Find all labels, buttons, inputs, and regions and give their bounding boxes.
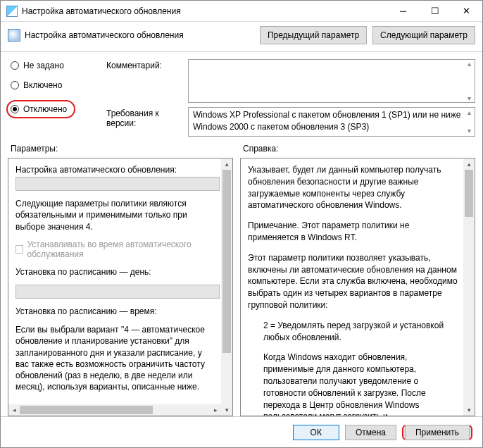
close-button[interactable]: ✕ xyxy=(451,1,482,22)
params-note-1: Следующие параметры политики являются об… xyxy=(15,198,217,232)
help-label: Справка: xyxy=(243,144,472,154)
help-p5: Когда Windows находит обновления, примен… xyxy=(248,351,459,416)
params-note-2: Если вы выбрали вариант "4 — автоматичес… xyxy=(15,324,217,392)
state-radios: Не задано Включено Отключено xyxy=(11,59,102,118)
help-panel: Указывает, будет ли данный компьютер пол… xyxy=(240,158,475,416)
header: Настройка автоматического обновления Пре… xyxy=(1,22,482,52)
maximize-button[interactable]: ☐ xyxy=(419,1,451,22)
radio-enabled[interactable]: Включено xyxy=(11,80,102,90)
help-p1: Указывает, будет ли данный компьютер пол… xyxy=(248,164,459,211)
radio-label: Не задано xyxy=(23,61,64,70)
mid-labels: Параметры: Справка: xyxy=(1,141,482,155)
parameters-label: Параметры: xyxy=(11,144,243,154)
ok-button[interactable]: ОК xyxy=(293,425,339,440)
minimize-button[interactable]: ─ xyxy=(387,1,419,22)
checkbox-label: Устанавливать во время автоматического о… xyxy=(27,239,217,259)
scrollbar-vertical[interactable]: ▴ ▾ xyxy=(463,158,475,416)
policy-editor-window: Настройка автоматического обновления ─ ☐… xyxy=(0,0,483,448)
radio-label: Включено xyxy=(23,80,62,90)
app-icon xyxy=(6,6,18,17)
button-bar: ОК Отмена Применить xyxy=(1,416,482,447)
schedule-day-combo[interactable] xyxy=(15,285,220,299)
top-grid: Не задано Включено Отключено Комментарий… xyxy=(1,52,482,141)
policy-icon xyxy=(8,29,20,42)
checkbox-icon xyxy=(15,245,23,254)
apply-button[interactable]: Применить xyxy=(405,425,470,440)
comment-label: Комментарий: xyxy=(106,59,184,70)
cancel-button[interactable]: Отмена xyxy=(345,425,396,440)
header-title: Настройка автоматического обновления xyxy=(25,30,254,40)
radio-label: Отключено xyxy=(23,104,67,114)
panels: Настройка автоматического обновления: Сл… xyxy=(1,155,482,416)
requirements-label: Требования к версии: xyxy=(106,107,184,128)
help-p4: 2 = Уведомлять перед загрузкой и установ… xyxy=(248,320,459,344)
titlebar: Настройка автоматического обновления ─ ☐… xyxy=(1,1,482,22)
highlight-apply: Применить xyxy=(402,425,472,440)
scrollbar-vertical[interactable]: ▴▾ xyxy=(463,60,475,102)
requirements-text: Windows XP Professional с пакетом обновл… xyxy=(193,110,461,132)
radio-icon xyxy=(11,61,19,70)
scrollbar-horizontal[interactable]: ◂ ▸ xyxy=(8,404,221,416)
params-section-title: Настройка автоматического обновления: xyxy=(15,164,217,175)
maintenance-checkbox[interactable]: Устанавливать во время автоматического о… xyxy=(15,239,217,259)
radio-icon xyxy=(11,81,19,89)
requirements-box: Windows XP Professional с пакетом обновл… xyxy=(188,107,475,137)
schedule-day-label: Установка по расписанию — день: xyxy=(15,266,217,278)
next-setting-button[interactable]: Следующий параметр xyxy=(372,26,475,44)
help-p3: Этот параметр политики позволяет указыва… xyxy=(248,252,459,311)
comment-textarea[interactable]: ▴▾ xyxy=(188,59,475,103)
help-p2: Примечание. Этот параметр политики не пр… xyxy=(248,220,459,244)
scrollbar-vertical[interactable]: ▴▾ xyxy=(463,108,475,136)
window-title: Настройка автоматического обновления xyxy=(22,6,387,16)
highlight-disabled: Отключено xyxy=(6,100,75,118)
radio-disabled[interactable]: Отключено xyxy=(11,104,67,114)
scrollbar-vertical[interactable]: ▴ ▾ xyxy=(221,158,232,416)
radio-icon-selected xyxy=(11,105,19,113)
prev-setting-button[interactable]: Предыдущий параметр xyxy=(260,26,367,44)
parameters-panel: Настройка автоматического обновления: Сл… xyxy=(8,158,233,416)
radio-not-configured[interactable]: Не задано xyxy=(11,61,102,70)
update-mode-combo[interactable] xyxy=(15,177,220,191)
schedule-time-label: Установка по расписанию — время: xyxy=(15,306,217,317)
